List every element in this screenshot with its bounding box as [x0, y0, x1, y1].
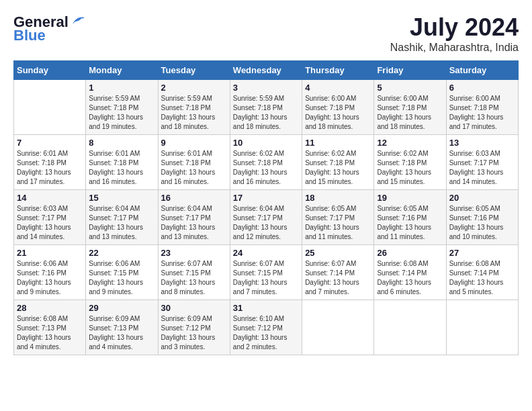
logo-bird-icon	[71, 15, 86, 27]
calendar-cell: 8Sunrise: 6:01 AM Sunset: 7:18 PM Daylig…	[86, 135, 158, 190]
calendar-week-row: 28Sunrise: 6:08 AM Sunset: 7:13 PM Dayli…	[14, 300, 519, 355]
calendar-cell	[14, 80, 86, 135]
location-title: Nashik, Maharashtra, India	[390, 42, 519, 54]
calendar-week-row: 21Sunrise: 6:06 AM Sunset: 7:16 PM Dayli…	[14, 245, 519, 300]
calendar-cell: 4Sunrise: 6:00 AM Sunset: 7:18 PM Daylig…	[302, 80, 374, 135]
calendar-cell: 11Sunrise: 6:02 AM Sunset: 7:18 PM Dayli…	[302, 135, 374, 190]
calendar-cell: 24Sunrise: 6:07 AM Sunset: 7:15 PM Dayli…	[230, 245, 302, 300]
day-info: Sunrise: 5:59 AM Sunset: 7:18 PM Dayligh…	[233, 94, 299, 132]
day-number: 14	[17, 193, 83, 203]
calendar-cell: 7Sunrise: 6:01 AM Sunset: 7:18 PM Daylig…	[14, 135, 86, 190]
day-info: Sunrise: 6:00 AM Sunset: 7:18 PM Dayligh…	[305, 94, 371, 132]
day-number: 12	[377, 138, 443, 148]
page-header: General Blue July 2024 Nashik, Maharasht…	[13, 13, 519, 54]
calendar-cell: 23Sunrise: 6:07 AM Sunset: 7:15 PM Dayli…	[158, 245, 230, 300]
calendar-cell: 30Sunrise: 6:09 AM Sunset: 7:12 PM Dayli…	[158, 300, 230, 355]
calendar-cell: 25Sunrise: 6:07 AM Sunset: 7:14 PM Dayli…	[302, 245, 374, 300]
calendar-cell: 21Sunrise: 6:06 AM Sunset: 7:16 PM Dayli…	[14, 245, 86, 300]
weekday-header-friday: Friday	[374, 61, 446, 80]
day-info: Sunrise: 6:08 AM Sunset: 7:13 PM Dayligh…	[17, 314, 83, 352]
day-info: Sunrise: 6:09 AM Sunset: 7:12 PM Dayligh…	[161, 314, 227, 352]
day-info: Sunrise: 6:01 AM Sunset: 7:18 PM Dayligh…	[161, 149, 227, 187]
day-number: 4	[305, 83, 371, 93]
day-number: 2	[161, 83, 227, 93]
calendar-cell: 22Sunrise: 6:06 AM Sunset: 7:15 PM Dayli…	[86, 245, 158, 300]
day-number: 7	[17, 138, 83, 148]
day-info: Sunrise: 6:07 AM Sunset: 7:15 PM Dayligh…	[161, 259, 227, 297]
day-info: Sunrise: 6:07 AM Sunset: 7:14 PM Dayligh…	[305, 259, 371, 297]
calendar-cell: 16Sunrise: 6:04 AM Sunset: 7:17 PM Dayli…	[158, 190, 230, 245]
calendar-week-row: 7Sunrise: 6:01 AM Sunset: 7:18 PM Daylig…	[14, 135, 519, 190]
day-number: 8	[89, 138, 154, 148]
day-info: Sunrise: 6:08 AM Sunset: 7:14 PM Dayligh…	[377, 259, 443, 297]
weekday-header-row: SundayMondayTuesdayWednesdayThursdayFrid…	[14, 61, 519, 80]
day-number: 24	[233, 248, 299, 258]
day-number: 31	[233, 303, 299, 313]
calendar-cell: 19Sunrise: 6:05 AM Sunset: 7:16 PM Dayli…	[374, 190, 446, 245]
day-info: Sunrise: 6:01 AM Sunset: 7:18 PM Dayligh…	[89, 149, 154, 187]
calendar-table: SundayMondayTuesdayWednesdayThursdayFrid…	[13, 60, 519, 355]
calendar-cell: 9Sunrise: 6:01 AM Sunset: 7:18 PM Daylig…	[158, 135, 230, 190]
calendar-cell: 31Sunrise: 6:10 AM Sunset: 7:12 PM Dayli…	[230, 300, 302, 355]
day-number: 22	[89, 248, 154, 258]
day-number: 15	[89, 193, 154, 203]
day-number: 26	[377, 248, 443, 258]
logo: General Blue	[13, 13, 86, 44]
weekday-header-thursday: Thursday	[302, 61, 374, 80]
day-number: 9	[161, 138, 227, 148]
calendar-cell: 3Sunrise: 5:59 AM Sunset: 7:18 PM Daylig…	[230, 80, 302, 135]
day-info: Sunrise: 6:00 AM Sunset: 7:18 PM Dayligh…	[377, 94, 443, 132]
day-number: 3	[233, 83, 299, 93]
calendar-cell: 10Sunrise: 6:02 AM Sunset: 7:18 PM Dayli…	[230, 135, 302, 190]
day-number: 17	[233, 193, 299, 203]
weekday-header-monday: Monday	[86, 61, 158, 80]
day-info: Sunrise: 6:06 AM Sunset: 7:15 PM Dayligh…	[89, 259, 154, 297]
day-number: 5	[377, 83, 443, 93]
day-number: 28	[17, 303, 83, 313]
calendar-week-row: 14Sunrise: 6:03 AM Sunset: 7:17 PM Dayli…	[14, 190, 519, 245]
day-number: 19	[377, 193, 443, 203]
day-info: Sunrise: 6:09 AM Sunset: 7:13 PM Dayligh…	[89, 314, 154, 352]
day-info: Sunrise: 6:04 AM Sunset: 7:17 PM Dayligh…	[233, 204, 299, 242]
weekday-header-sunday: Sunday	[14, 61, 86, 80]
calendar-cell: 6Sunrise: 6:00 AM Sunset: 7:18 PM Daylig…	[446, 80, 518, 135]
day-number: 29	[89, 303, 154, 313]
calendar-cell	[446, 300, 518, 355]
day-info: Sunrise: 6:00 AM Sunset: 7:18 PM Dayligh…	[449, 94, 515, 132]
day-info: Sunrise: 6:04 AM Sunset: 7:17 PM Dayligh…	[89, 204, 154, 242]
day-info: Sunrise: 5:59 AM Sunset: 7:18 PM Dayligh…	[89, 94, 154, 132]
day-info: Sunrise: 6:01 AM Sunset: 7:18 PM Dayligh…	[17, 149, 83, 187]
weekday-header-wednesday: Wednesday	[230, 61, 302, 80]
day-info: Sunrise: 6:08 AM Sunset: 7:14 PM Dayligh…	[449, 259, 515, 297]
calendar-cell: 18Sunrise: 6:05 AM Sunset: 7:17 PM Dayli…	[302, 190, 374, 245]
weekday-header-tuesday: Tuesday	[158, 61, 230, 80]
calendar-cell: 14Sunrise: 6:03 AM Sunset: 7:17 PM Dayli…	[14, 190, 86, 245]
calendar-cell: 5Sunrise: 6:00 AM Sunset: 7:18 PM Daylig…	[374, 80, 446, 135]
day-number: 1	[89, 83, 154, 93]
title-block: July 2024 Nashik, Maharashtra, India	[390, 13, 519, 54]
day-info: Sunrise: 6:04 AM Sunset: 7:17 PM Dayligh…	[161, 204, 227, 242]
day-number: 21	[17, 248, 83, 258]
day-number: 11	[305, 138, 371, 148]
day-number: 16	[161, 193, 227, 203]
day-number: 25	[305, 248, 371, 258]
day-info: Sunrise: 6:05 AM Sunset: 7:17 PM Dayligh…	[305, 204, 371, 242]
calendar-cell: 20Sunrise: 6:05 AM Sunset: 7:16 PM Dayli…	[446, 190, 518, 245]
day-info: Sunrise: 5:59 AM Sunset: 7:18 PM Dayligh…	[161, 94, 227, 132]
day-number: 13	[449, 138, 515, 148]
calendar-cell: 28Sunrise: 6:08 AM Sunset: 7:13 PM Dayli…	[14, 300, 86, 355]
day-number: 18	[305, 193, 371, 203]
calendar-cell: 29Sunrise: 6:09 AM Sunset: 7:13 PM Dayli…	[86, 300, 158, 355]
day-number: 6	[449, 83, 515, 93]
calendar-cell: 1Sunrise: 5:59 AM Sunset: 7:18 PM Daylig…	[86, 80, 158, 135]
day-info: Sunrise: 6:06 AM Sunset: 7:16 PM Dayligh…	[17, 259, 83, 297]
calendar-cell: 27Sunrise: 6:08 AM Sunset: 7:14 PM Dayli…	[446, 245, 518, 300]
day-info: Sunrise: 6:05 AM Sunset: 7:16 PM Dayligh…	[377, 204, 443, 242]
day-info: Sunrise: 6:07 AM Sunset: 7:15 PM Dayligh…	[233, 259, 299, 297]
calendar-cell: 13Sunrise: 6:03 AM Sunset: 7:17 PM Dayli…	[446, 135, 518, 190]
day-info: Sunrise: 6:10 AM Sunset: 7:12 PM Dayligh…	[233, 314, 299, 352]
day-number: 20	[449, 193, 515, 203]
calendar-week-row: 1Sunrise: 5:59 AM Sunset: 7:18 PM Daylig…	[14, 80, 519, 135]
calendar-cell: 12Sunrise: 6:02 AM Sunset: 7:18 PM Dayli…	[374, 135, 446, 190]
day-info: Sunrise: 6:03 AM Sunset: 7:17 PM Dayligh…	[449, 149, 515, 187]
